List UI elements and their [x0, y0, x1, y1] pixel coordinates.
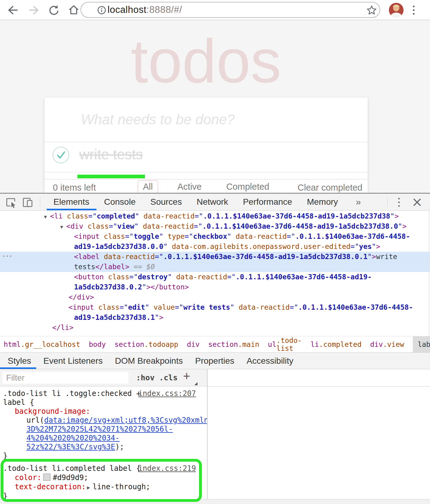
home-icon[interactable]: [68, 4, 80, 16]
tag-token: >: [376, 242, 380, 250]
inspect-element-icon[interactable]: [6, 197, 17, 208]
styles-pane-divider[interactable]: [207, 369, 208, 499]
url-host: localhost: [108, 4, 147, 15]
elements-code-line[interactable]: ▼<div class="view" data-reactid=".0.1.1.…: [0, 221, 430, 231]
attr-value-token: write tests: [183, 303, 230, 311]
styles-filter-input[interactable]: Filter: [2, 372, 128, 384]
todo-label[interactable]: write tests: [79, 146, 143, 163]
text-decoration-value[interactable]: line-through;: [92, 483, 150, 491]
back-icon[interactable]: [7, 4, 19, 16]
devtools-tab-sources[interactable]: Sources: [143, 197, 189, 207]
breadcrumb-item-li.completed[interactable]: li.completed: [311, 336, 362, 352]
styles-tab-properties[interactable]: Properties: [195, 356, 234, 366]
rule1-selector-line2[interactable]: label {: [0, 398, 207, 407]
elements-code-line[interactable]: ad19-1a5dcb237d38.1">: [0, 312, 430, 323]
rule1-source-link[interactable]: index.css:207: [138, 389, 196, 398]
quote-token: =": [155, 253, 163, 261]
avatar[interactable]: [389, 3, 404, 17]
device-toolbar-icon[interactable]: [22, 197, 33, 208]
elements-code-line[interactable]: </div>: [0, 292, 430, 302]
quote-token: ": [367, 253, 372, 261]
annotation-underline: [77, 175, 145, 178]
browser-menu-icon[interactable]: [412, 4, 416, 16]
text-token: write: [376, 253, 397, 261]
devtools-tab-memory[interactable]: Memory: [299, 197, 345, 207]
attr-name-token: class: [98, 303, 119, 311]
data-uri-link-4[interactable]: 52z%22/%3E%3C/svg%3E: [26, 443, 115, 451]
forward-icon[interactable]: [28, 4, 40, 16]
url-text[interactable]: localhost:8888/#/: [108, 4, 182, 15]
breadcrumb-item-body[interactable]: body: [89, 336, 106, 352]
devtools-tab-console[interactable]: Console: [97, 197, 143, 207]
new-todo-input[interactable]: What needs to be done?: [45, 98, 368, 142]
breadcrumb-item-div.view[interactable]: div.view: [370, 336, 404, 352]
todo-item[interactable]: write tests: [45, 142, 368, 173]
quote-token: =": [350, 242, 359, 250]
line-options-icon[interactable]: •••: [2, 252, 13, 262]
close-devtools-icon[interactable]: [412, 197, 423, 208]
elements-code-line[interactable]: ▼<li class="completed" data-reactid=".0.…: [0, 211, 430, 221]
elements-code-line[interactable]: </li>: [0, 323, 430, 333]
elements-code-line[interactable]: 1a5dcb237d38.0.2"></button>: [0, 282, 430, 292]
css-property-background-image[interactable]: background-image:: [15, 407, 90, 416]
new-style-rule-button[interactable]: +: [183, 369, 190, 383]
breadcrumb-item-section.todoapp[interactable]: section.todoapp: [115, 336, 178, 352]
devtools-menu-icon[interactable]: [397, 196, 401, 208]
styles-tab-event-listeners[interactable]: Event Listeners: [43, 356, 103, 366]
data-uri-link-3[interactable]: 4%204%2020%2020%2034-: [26, 434, 119, 442]
page-info-icon[interactable]: [97, 6, 106, 14]
elements-code-line[interactable]: tests</label> == $0: [0, 262, 430, 272]
expand-value-icon[interactable]: ▶: [87, 483, 90, 491]
elements-scrollbar[interactable]: [429, 211, 429, 336]
filter-active[interactable]: Active: [172, 180, 207, 193]
breadcrumb-item-ul.todo-list[interactable]: ul.todo-list: [268, 336, 302, 352]
reload-icon[interactable]: [48, 4, 60, 16]
elements-code-line[interactable]: •••<label data-reactid=".0.1.1.$140e63ae…: [0, 252, 430, 262]
quote-token: =": [290, 303, 298, 311]
breadcrumb-class: .todo-list: [276, 336, 302, 352]
toggle-element-classes-button[interactable]: .cls: [159, 372, 178, 384]
rule2-close-brace: }: [0, 491, 207, 499]
rule2-selector[interactable]: .todo-list li.completed label {: [3, 464, 141, 473]
breadcrumb-class: .main: [238, 340, 259, 348]
clear-completed-button[interactable]: Clear completed: [298, 183, 362, 193]
css-property-text-decoration[interactable]: text-decoration:: [15, 483, 86, 491]
toggle-pseudo-classes-button[interactable]: :hov: [136, 372, 154, 384]
tag-token: <input: [74, 232, 104, 240]
color-value[interactable]: #d9d9d9;: [53, 473, 88, 482]
quote-token: =": [119, 303, 128, 311]
styles-tab-dom-breakpoints[interactable]: DOM Breakpoints: [115, 356, 183, 366]
tag-token: ></button>: [146, 283, 189, 291]
todo-toggle-checkbox[interactable]: [52, 146, 70, 164]
breadcrumb-class: .view: [383, 340, 404, 348]
rule2-source-link[interactable]: index.css:219: [138, 464, 196, 473]
styles-tab-accessibility[interactable]: Accessibility: [247, 356, 293, 366]
data-uri-link-2[interactable]: 3D%22M72%2025L42%2071%2027%2056l-: [26, 425, 173, 433]
attr-name-token: class: [108, 273, 129, 281]
color-swatch[interactable]: [43, 474, 50, 481]
filter-completed[interactable]: Completed: [221, 180, 274, 193]
breadcrumb-item-label[interactable]: label: [413, 336, 430, 352]
dollar-zero-token: $0: [146, 263, 155, 271]
filter-all[interactable]: All: [138, 180, 158, 193]
breadcrumb-item-section.main[interactable]: section.main: [208, 336, 259, 352]
styles-tab-styles[interactable]: Styles: [8, 356, 31, 366]
elements-code-line[interactable]: <input class="edit" value="write tests" …: [0, 302, 430, 312]
quote-token: ": [227, 232, 236, 240]
devtools-tab-performance[interactable]: Performance: [236, 197, 299, 207]
devtools-tab-elements[interactable]: Elements: [46, 197, 97, 207]
more-tabs-icon[interactable]: »: [356, 197, 361, 207]
elements-code-line[interactable]: <input class="toggle" type="checkbox" da…: [0, 231, 430, 242]
bookmark-star-icon[interactable]: [366, 5, 377, 16]
quote-token: =": [125, 232, 134, 240]
expand-arrow-icon: ▼: [60, 224, 63, 230]
elements-code-line[interactable]: ad19-1a5dcb237d38.0.0" data-com.agilebit…: [0, 242, 430, 252]
elements-code-line[interactable]: <button class="destroy" data-reactid=".0…: [0, 272, 430, 282]
css-property-color[interactable]: color:: [15, 473, 41, 482]
rule1-selector-line1[interactable]: .todo-list li .toggle:checked +: [3, 389, 141, 398]
devtools-tab-network[interactable]: Network: [189, 197, 236, 207]
data-uri-link[interactable]: data:image/svg+xml;utf8,%3Csvg%20xmln: [44, 416, 207, 425]
breadcrumb-item-html.gr__localhost[interactable]: html.gr__localhost: [4, 336, 80, 352]
breadcrumb-item-div[interactable]: div: [187, 336, 200, 352]
attr-name-token: class: [104, 232, 125, 240]
